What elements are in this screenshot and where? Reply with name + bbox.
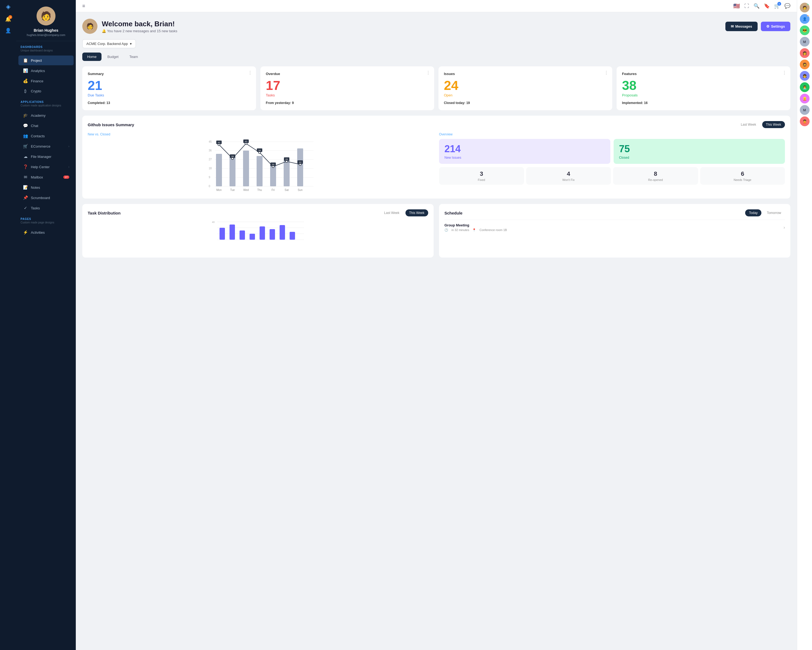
filemanager-icon: ☁: [23, 154, 28, 159]
app-logo: ◈: [6, 3, 11, 10]
sidebar-item-finance[interactable]: 💰 Finance: [18, 76, 73, 86]
settings-button[interactable]: ⚙ Settings: [761, 22, 791, 31]
project-selector[interactable]: ACME Corp. Backend App ▾: [82, 39, 136, 48]
cart-button[interactable]: 🛒 5: [774, 3, 780, 9]
applications-section: APPLICATIONS Custom made application des…: [16, 96, 76, 110]
fullscreen-button[interactable]: ⛶: [744, 3, 749, 9]
sidebar-item-project[interactable]: 📋 Project: [18, 55, 73, 65]
github-title: Github Issues Summary: [88, 122, 134, 127]
project-label: ACME Corp. Backend App: [86, 42, 128, 46]
avatar-item[interactable]: 👱: [800, 94, 810, 104]
main-area: ≡ 🇺🇸 ⛶ 🔍 🔖 🛒 5 💬 🧑 Welcome back, Brian! …: [76, 0, 797, 650]
sidebar-item-filemanager[interactable]: ☁ File Manager: [18, 151, 73, 161]
schedule-section: Schedule Today Tomorrow Group Meeting 🕐 …: [439, 204, 791, 258]
avatar-item[interactable]: 👩‍💼: [800, 82, 810, 92]
svg-text:34: 34: [258, 149, 261, 151]
sidebar-item-chat[interactable]: 💬 Chat: [18, 121, 73, 130]
tab-budget[interactable]: Budget: [102, 52, 124, 61]
avatar-item[interactable]: 👩: [800, 48, 810, 58]
sidebar-item-label: Notes: [31, 185, 40, 190]
sidebar-item-crypto[interactable]: ₿ Crypto: [18, 86, 73, 96]
last-week-button[interactable]: Last Week: [737, 121, 760, 128]
today-button[interactable]: Today: [745, 210, 762, 216]
card-menu-icon[interactable]: ⋮: [782, 70, 786, 75]
applications-subtitle: Custom made application designs: [21, 104, 72, 107]
avatar-item[interactable]: 👤: [800, 14, 810, 24]
sidebar-item-activities[interactable]: ⚡ Activities: [18, 228, 73, 237]
sidebar-item-helpcenter[interactable]: ❓ Help Center ›: [18, 162, 73, 172]
pages-section: PAGES Custom made page designs: [16, 213, 76, 227]
scrumboard-icon: 📌: [23, 195, 28, 200]
topbar: ≡ 🇺🇸 ⛶ 🔍 🔖 🛒 5 💬: [76, 0, 797, 12]
stat-features: ⋮ Features 38 Proposals Implemented: 16: [617, 66, 791, 110]
stat-title: Features: [622, 72, 785, 76]
this-week-button[interactable]: This Week: [762, 121, 785, 128]
avatar-item[interactable]: 🧑: [800, 3, 810, 12]
avatar-item[interactable]: M: [800, 105, 810, 115]
schedule-item: Group Meeting 🕐 in 32 minutes 📍 Conferen…: [444, 220, 785, 235]
sidebar-item-mailbox[interactable]: ✉ Mailbox 27: [18, 172, 73, 182]
sidebar-item-tasks[interactable]: ✓ Tasks: [18, 203, 73, 213]
task-dist-header: Task Distribution Last Week This Week: [88, 210, 428, 216]
avatar-item[interactable]: 👧: [800, 71, 810, 81]
sidebar-item-scrumboard[interactable]: 📌 Scrumboard: [18, 193, 73, 203]
github-section: Github Issues Summary Last Week This Wee…: [82, 116, 791, 199]
stat-sub-value: 9: [292, 101, 294, 105]
task-last-week-button[interactable]: Last Week: [380, 210, 403, 216]
tab-team[interactable]: Team: [125, 52, 143, 61]
day-toggle: Today Tomorrow: [745, 210, 785, 216]
overview-bottom: 3 Fixed 4 Won't Fix 8 Re-opened 6: [439, 167, 785, 185]
task-bar-chart: 40: [88, 220, 428, 252]
bookmark-button[interactable]: 🔖: [764, 3, 770, 9]
overview-label: Overview: [439, 132, 785, 136]
messages-button[interactable]: 💬: [785, 3, 791, 9]
flag-icon[interactable]: 🇺🇸: [733, 3, 740, 9]
stat-label: Proposals: [622, 93, 785, 97]
tab-home[interactable]: Home: [82, 52, 102, 61]
task-this-week-button[interactable]: This Week: [406, 210, 428, 216]
sidebar-profile: 🧑 Brian Hughes hughes.brian@company.com: [16, 0, 76, 41]
mini-fixed: 3 Fixed: [439, 167, 524, 185]
icon-bar: ◈ 🔔 3 👤: [0, 0, 16, 650]
chart-area: New vs. Closed 45 36 27 18 9 0: [88, 132, 433, 193]
tomorrow-button[interactable]: Tomorrow: [763, 210, 785, 216]
mini-num: 6: [704, 170, 782, 177]
stat-sub: Implemented: 16: [622, 101, 785, 105]
overview-top: 214 New Issues 75 Closed: [439, 139, 785, 164]
avatar-item[interactable]: 🧑‍🦱: [800, 116, 810, 126]
sidebar-item-contacts[interactable]: 👥 Contacts: [18, 131, 73, 141]
messages-button[interactable]: ✉ Messages: [725, 22, 758, 31]
card-menu-icon[interactable]: ⋮: [248, 70, 252, 75]
svg-text:Thu: Thu: [257, 188, 262, 191]
nav-bell-button[interactable]: 🔔 3: [3, 15, 13, 24]
stat-overdue: ⋮ Overdue 17 Tasks From yesterday: 9: [260, 66, 434, 110]
pages-title: PAGES: [21, 217, 72, 220]
ecommerce-icon: 🛒: [23, 144, 28, 149]
sidebar-item-label: Finance: [31, 79, 43, 83]
schedule-arrow-icon[interactable]: ›: [784, 225, 785, 230]
svg-text:27: 27: [209, 158, 212, 161]
svg-text:Sat: Sat: [284, 188, 288, 191]
task-week-toggle: Last Week This Week: [380, 210, 428, 216]
user-email: hughes.brian@company.com: [21, 33, 72, 37]
chat-icon: 💬: [23, 123, 28, 128]
nav-user-button[interactable]: 👤: [3, 26, 13, 35]
avatar-item[interactable]: M: [800, 37, 810, 47]
activities-icon: ⚡: [23, 230, 28, 235]
mini-triage: 6 Needs Triage: [700, 167, 785, 185]
schedule-header: Schedule Today Tomorrow: [444, 210, 785, 216]
sidebar-item-academy[interactable]: 🎓 Academy: [18, 110, 73, 120]
sidebar-item-analytics[interactable]: 📊 Analytics: [18, 66, 73, 76]
sidebar-item-ecommerce[interactable]: 🛒 ECommerce ›: [18, 141, 73, 151]
avatar-item[interactable]: 🧔: [800, 60, 810, 69]
card-menu-icon[interactable]: ⋮: [426, 70, 430, 75]
sidebar-item-notes[interactable]: 📝 Notes: [18, 182, 73, 192]
new-issues-card: 214 New Issues: [439, 139, 611, 164]
sidebar-item-label: File Manager: [31, 154, 52, 159]
card-menu-icon[interactable]: ⋮: [604, 70, 609, 75]
avatar-item[interactable]: 😎: [800, 26, 810, 35]
bell-badge: 3: [8, 15, 12, 19]
menu-button[interactable]: ≡: [82, 3, 85, 9]
search-button[interactable]: 🔍: [754, 3, 760, 9]
task-dist-title: Task Distribution: [88, 211, 121, 215]
